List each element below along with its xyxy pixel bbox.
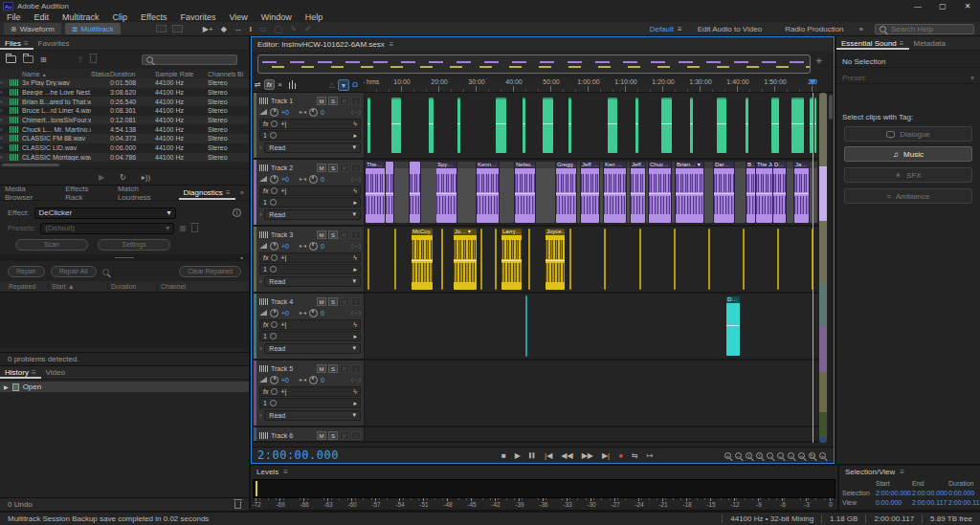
auto-crossfade-icon[interactable]: △ [329, 80, 335, 89]
menu-item[interactable]: File [0, 12, 28, 22]
volume-knob[interactable] [270, 175, 278, 184]
pan-knob[interactable] [309, 376, 318, 384]
expand-chevron-icon[interactable]: › [0, 117, 10, 123]
tab-essential-sound[interactable]: Essential Sound≡ [836, 36, 909, 50]
scan-button[interactable]: Scan [15, 239, 88, 251]
open-file-icon[interactable] [6, 55, 16, 63]
column-channel[interactable]: Channel [157, 283, 214, 290]
column-bitdepth[interactable]: Bi [237, 71, 249, 77]
arm-record-button[interactable]: R [340, 431, 349, 440]
track-name[interactable]: Track 4 [271, 298, 293, 305]
audio-clip[interactable] [421, 162, 436, 223]
mute-button[interactable]: M [317, 297, 326, 306]
menu-item[interactable]: Clip [106, 12, 135, 22]
zoom-tool-icon[interactable]: + [724, 452, 731, 459]
volume-knob[interactable] [270, 309, 278, 317]
insert-effect-icon[interactable]: +| [280, 120, 286, 127]
input-power-icon[interactable] [270, 132, 277, 139]
tab-video[interactable]: Video [41, 366, 70, 379]
audio-clip[interactable]: Dar… [714, 162, 734, 223]
audio-clip[interactable] [777, 229, 779, 290]
audio-clip[interactable] [368, 229, 369, 290]
file-row[interactable]: › Chimert...tonsSixFour.wav 0:12.081 441… [0, 116, 249, 125]
audio-clip[interactable]: D… [773, 162, 786, 223]
workspace-menu-icon[interactable]: ≡ [678, 25, 682, 33]
file-row[interactable]: › Bruce L...rd Liner 4.wav 0:08.361 4410… [0, 106, 249, 116]
audio-clip[interactable] [810, 162, 817, 223]
audio-clip[interactable] [661, 98, 672, 153]
preview-loop-icon[interactable]: ↻ [120, 173, 126, 182]
insert-to-multitrack-icon[interactable]: ⇪ [78, 55, 84, 64]
effects-toggle-icon[interactable]: fx [264, 79, 275, 90]
expand-chevron-icon[interactable]: › [0, 144, 10, 151]
panel-menu-icon[interactable]: ≡ [900, 39, 904, 48]
automation-mode-select[interactable]: Read ▾ [264, 209, 361, 220]
go-to-end-button[interactable]: ▶| [602, 451, 610, 460]
monitor-input-button[interactable]: I [351, 297, 361, 306]
monitor-input-button[interactable]: I [351, 364, 361, 373]
track-lane[interactable] [366, 93, 818, 158]
automation-mode-select[interactable]: Read ▾ [264, 142, 361, 153]
close-button[interactable]: ✕ [955, 2, 980, 11]
brush-tool-icon[interactable]: ✎ [291, 25, 298, 33]
audio-clip[interactable]: Ja… [794, 162, 809, 223]
repair-button[interactable]: Repair [8, 266, 45, 277]
mute-button[interactable]: M [317, 364, 326, 373]
audio-clip[interactable] [391, 98, 401, 153]
monitor-input-button[interactable]: I [351, 97, 361, 105]
move-tool-icon[interactable]: ▶+ [203, 25, 213, 33]
freeze-icon[interactable]: ϟ [353, 321, 357, 328]
zoom-tool-icon[interactable]: · [767, 452, 773, 459]
zoom-tool-icon[interactable]: + [819, 452, 826, 459]
audio-clip[interactable] [543, 98, 553, 153]
solo-button[interactable]: S [328, 431, 338, 440]
menu-item[interactable]: Help [299, 12, 330, 22]
delete-preset-icon[interactable] [191, 225, 198, 232]
lasso-tool-icon[interactable]: ◯ [275, 25, 283, 33]
audio-clip[interactable] [708, 229, 710, 290]
automation-chevron-icon[interactable]: › [259, 345, 261, 352]
fx-icon[interactable]: fx [263, 120, 268, 127]
input-number[interactable]: 1 [263, 400, 267, 406]
audio-clip[interactable] [525, 295, 527, 357]
vertical-zoom-slider[interactable] [828, 93, 834, 443]
column-sample-rate[interactable]: Sample Rate [155, 71, 208, 77]
audio-clip[interactable]: Spy… [436, 162, 457, 223]
clear-history-icon[interactable] [234, 501, 241, 509]
save-preset-icon[interactable]: ▦ [179, 224, 187, 232]
input-power-icon[interactable] [270, 266, 277, 273]
tab-history[interactable]: History≡ [0, 366, 41, 379]
file-row[interactable]: › Chuck L... Mr. Martino.wav 4:54.138 44… [0, 124, 249, 134]
audio-clip[interactable] [500, 162, 514, 223]
mixer-icon[interactable] [288, 80, 297, 89]
tab-diagnostics[interactable]: Diagnostics≡ [179, 186, 235, 200]
tag-ambience-button[interactable]: ≈ Ambience [844, 188, 972, 204]
audio-clip[interactable]: Brian… ▾ [676, 162, 703, 223]
column-repaired[interactable]: Repaired [6, 283, 48, 290]
audio-clip[interactable]: B… [746, 162, 755, 223]
input-power-icon[interactable] [270, 333, 277, 339]
audio-clip[interactable]: Kenn… [477, 162, 499, 223]
repair-all-button[interactable]: Repair All [51, 266, 97, 277]
panel-splitter[interactable]: ▾ [0, 254, 249, 261]
pan-value[interactable]: 0 [321, 243, 324, 250]
volume-value[interactable]: +0 [281, 377, 289, 383]
audio-clip[interactable] [639, 229, 641, 290]
arm-record-button[interactable]: R [340, 364, 349, 373]
solo-button[interactable]: S [328, 230, 338, 239]
solo-button[interactable]: S [328, 297, 338, 306]
view-end[interactable]: 2:00:00.117 [912, 499, 948, 506]
delete-file-icon[interactable] [90, 55, 97, 63]
info-icon[interactable]: i [233, 208, 241, 217]
insert-effect-icon[interactable]: +| [280, 321, 286, 328]
workspace-default[interactable]: Default [650, 25, 674, 33]
menu-item[interactable]: Multitrack [56, 12, 106, 22]
panel-menu-icon[interactable]: ≡ [226, 188, 231, 197]
go-to-start-button[interactable]: |◀ [545, 451, 552, 460]
zoom-tool-icon[interactable]: ‹ [777, 452, 784, 459]
automation-chevron-icon[interactable]: › [259, 412, 261, 419]
audio-clip[interactable]: Gregg… [556, 162, 576, 223]
audio-clip[interactable] [523, 98, 525, 153]
track-lane[interactable]: D… [366, 294, 818, 359]
freeze-icon[interactable]: ϟ [353, 120, 357, 127]
